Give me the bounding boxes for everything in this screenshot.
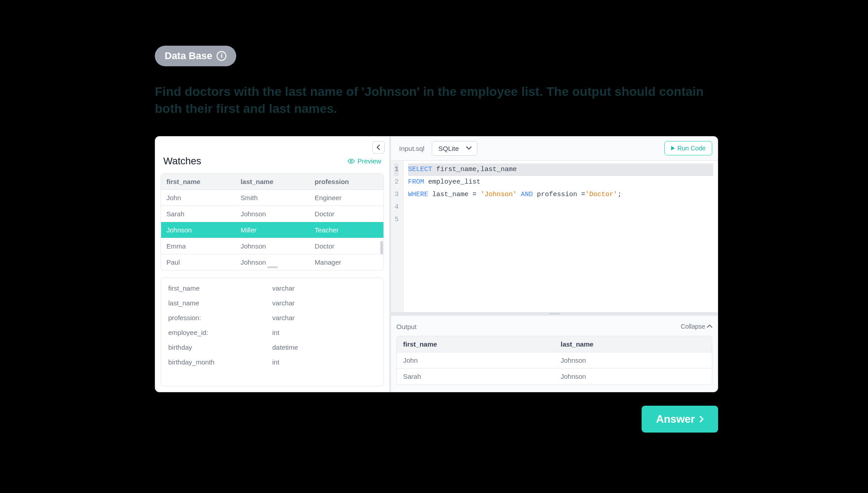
table-cell: Smith xyxy=(235,190,310,206)
editor-toolbar: Input.sql SQLite Run Code xyxy=(391,137,718,161)
schema-col: birthday_month xyxy=(168,358,272,366)
schema-row: first_namevarchar xyxy=(161,281,383,296)
chevron-right-icon xyxy=(699,416,704,423)
chevron-up-icon xyxy=(707,325,712,328)
watches-table: first_name last_name profession JohnSmit… xyxy=(161,173,384,270)
table-cell: Doctor xyxy=(309,238,383,254)
collapse-left-button[interactable] xyxy=(372,141,385,154)
output-cell: Johnson xyxy=(554,369,712,384)
table-cell: Johnson xyxy=(161,222,235,238)
table-row[interactable]: JohnsonMillerTeacher xyxy=(161,222,383,238)
table-cell: Doctor xyxy=(309,206,383,222)
chevron-left-icon xyxy=(376,144,381,150)
output-row: JohnJohnson xyxy=(397,352,712,369)
line-number: 3 xyxy=(394,189,399,201)
schema-row: last_namevarchar xyxy=(161,296,383,310)
table-cell: Miller xyxy=(235,222,310,238)
schema-row: employee_id:int xyxy=(161,325,383,340)
answer-button[interactable]: Answer xyxy=(642,406,718,433)
output-title: Output xyxy=(396,323,417,330)
schema-col: last_name xyxy=(168,299,272,307)
schema-row: profession:varchar xyxy=(161,310,383,325)
schema-col: birthday xyxy=(168,343,272,351)
run-code-button[interactable]: Run Code xyxy=(664,141,712,155)
table-cell: John xyxy=(161,190,235,206)
output-row: SarahJohnson xyxy=(397,369,712,384)
play-icon xyxy=(671,146,675,150)
schema-box: first_namevarcharlast_namevarcharprofess… xyxy=(161,278,384,386)
output-cell: Johnson xyxy=(554,352,712,369)
table-cell: Paul xyxy=(161,254,235,270)
workspace-card: Watches Preview first_name last_name pro… xyxy=(155,136,718,392)
schema-col: profession: xyxy=(168,314,272,322)
preview-button[interactable]: Preview xyxy=(348,157,381,165)
line-gutter: 12345 xyxy=(391,161,404,312)
answer-label: Answer xyxy=(656,413,695,425)
line-number: 4 xyxy=(394,201,399,214)
schema-type: varchar xyxy=(272,299,377,307)
table-header-row: first_name last_name profession xyxy=(161,174,383,190)
table-cell: Manager xyxy=(309,254,383,270)
editor-panel: Input.sql SQLite Run Code 12345 SELECT f… xyxy=(391,137,718,392)
table-cell: Johnson xyxy=(235,206,310,222)
out-col-header: last_name xyxy=(554,336,712,352)
schema-type: varchar xyxy=(272,314,377,322)
table-cell: Engineer xyxy=(309,190,383,206)
run-label: Run Code xyxy=(677,145,706,152)
line-number: 2 xyxy=(394,176,399,189)
scrollbar-thumb[interactable] xyxy=(380,241,383,254)
col-header: profession xyxy=(309,174,383,190)
info-icon: i xyxy=(217,51,226,61)
col-header: last_name xyxy=(235,174,310,190)
table-row[interactable]: SarahJohnsonDoctor xyxy=(161,206,383,222)
table-cell: Emma xyxy=(161,238,235,254)
collapse-label: Collapse xyxy=(681,323,705,330)
output-table: first_name last_name JohnJohnsonSarahJoh… xyxy=(396,336,712,385)
code-lines: SELECT first_name,last_name FROM employe… xyxy=(404,161,718,312)
database-badge: Data Base i xyxy=(155,46,236,66)
filename-label: Input.sql xyxy=(399,145,425,152)
eye-icon xyxy=(348,158,355,165)
schema-col: employee_id: xyxy=(168,329,272,336)
code-editor[interactable]: 12345 SELECT first_name,last_name FROM e… xyxy=(391,161,718,312)
output-cell: John xyxy=(397,352,554,369)
table-cell: Teacher xyxy=(309,222,383,238)
schema-type: int xyxy=(272,358,377,366)
schema-row: birthdaydatetime xyxy=(161,340,383,355)
watches-panel: Watches Preview first_name last_name pro… xyxy=(155,137,391,392)
out-col-header: first_name xyxy=(397,336,554,352)
chevron-down-icon xyxy=(466,145,472,151)
schema-col: first_name xyxy=(168,284,272,292)
table-cell: Johnson xyxy=(235,238,310,254)
output-section: Output Collapse first_name last_name Joh… xyxy=(391,316,718,392)
schema-type: varchar xyxy=(272,284,377,292)
dialect-select[interactable]: SQLite xyxy=(432,141,477,156)
horizontal-splitter[interactable] xyxy=(391,312,718,316)
col-header: first_name xyxy=(161,174,235,190)
line-number: 1 xyxy=(394,163,399,176)
table-cell: Sarah xyxy=(161,206,235,222)
line-number: 5 xyxy=(394,214,399,226)
output-cell: Sarah xyxy=(397,369,554,384)
dialect-value: SQLite xyxy=(438,145,459,152)
schema-type: datetime xyxy=(272,343,377,351)
schema-type: int xyxy=(272,329,377,336)
schema-row: birthday_monthint xyxy=(161,355,383,369)
prompt-text: Find doctors with the last name of 'John… xyxy=(155,83,710,117)
preview-label: Preview xyxy=(357,157,381,165)
output-header-row: first_name last_name xyxy=(397,336,712,352)
table-row[interactable]: JohnSmithEngineer xyxy=(161,190,383,206)
svg-point-0 xyxy=(350,160,352,162)
resize-handle[interactable] xyxy=(267,266,278,268)
watches-title: Watches xyxy=(163,155,201,167)
collapse-output-button[interactable]: Collapse xyxy=(681,323,712,330)
badge-label: Data Base xyxy=(165,50,212,62)
table-row[interactable]: EmmaJohnsonDoctor xyxy=(161,238,383,254)
